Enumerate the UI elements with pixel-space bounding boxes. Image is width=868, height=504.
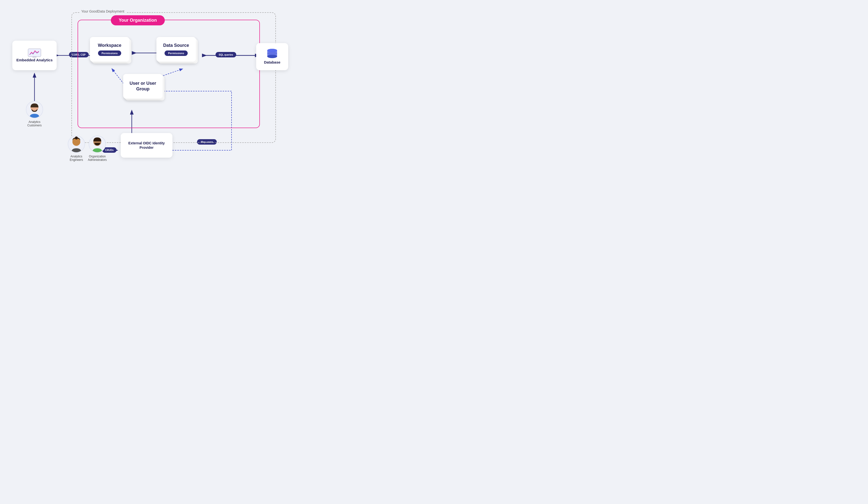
workspace-badge: Permissions <box>98 51 121 56</box>
embedded-analytics-card: Embedded Analytics <box>12 41 56 70</box>
analytics-customers-group: Analytics Customers <box>22 101 47 127</box>
database-title: Database <box>264 60 280 65</box>
oidc-card: External OIDC Identity Provider <box>121 133 173 158</box>
svg-rect-17 <box>28 49 41 56</box>
analytics-customers-avatar <box>26 101 43 118</box>
data-source-badge: Permissions <box>165 51 187 56</box>
database-card: Database <box>256 43 288 70</box>
oidc-title: External OIDC Identity Provider <box>123 141 170 150</box>
svg-point-27 <box>75 136 78 140</box>
org-admins-group: Organization Administrators <box>85 135 110 162</box>
svg-point-21 <box>267 55 277 58</box>
workspace-title: Workspace <box>98 43 122 48</box>
admin-avatar-icon <box>90 136 105 152</box>
embedded-analytics-title: Embedded Analytics <box>17 58 53 63</box>
org-pill: Your Organization <box>111 15 165 25</box>
organization-border <box>78 20 260 128</box>
org-admins-avatar <box>89 135 106 153</box>
monitor-icon <box>28 48 41 58</box>
user-group-title: User or User Group <box>126 81 160 92</box>
deployment-label: Your GoodData Deployment <box>79 9 126 13</box>
svg-point-23 <box>267 49 277 52</box>
svg-rect-18 <box>32 56 37 58</box>
customers-label: Analytics Customers <box>22 120 47 127</box>
data-source-title: Data Source <box>163 43 189 48</box>
diagram-container: CORS, CSP SQL queries Workspace (dashed … <box>5 5 291 173</box>
engineer-avatar-icon <box>69 136 84 152</box>
analytics-engineers-avatar <box>68 135 85 153</box>
database-icon <box>266 49 278 59</box>
customer-avatar-icon <box>27 102 42 118</box>
svg-point-22 <box>267 52 277 55</box>
admins-label: Organization Administrators <box>85 155 110 162</box>
